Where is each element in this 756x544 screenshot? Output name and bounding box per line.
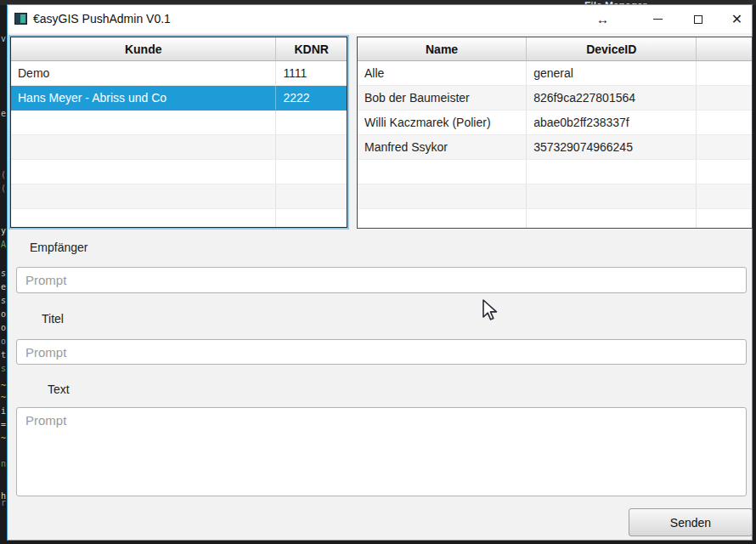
maximize-button[interactable]	[679, 5, 717, 33]
window-title: €asyGIS PushAdmin V0.1	[33, 12, 171, 26]
background-code-char: o	[1, 323, 6, 332]
cell-kunde: Hans Meyer - Abriss und Co	[11, 86, 276, 110]
close-button[interactable]: ✕	[718, 5, 756, 33]
table-row[interactable]: Demo 1111	[11, 61, 347, 86]
background-code-char: (	[1, 170, 6, 179]
kunde-table: Kunde KDNR Demo 1111 Hans Meyer - Abriss…	[10, 37, 347, 228]
background-code-char: =	[1, 420, 6, 429]
empfaenger-input[interactable]	[16, 267, 747, 293]
background-code-char: t	[1, 350, 6, 360]
background-code-char: ~	[1, 393, 6, 402]
table-row-empty[interactable]	[11, 160, 347, 184]
device-table: Name DeviceID Alle general Bob der Baume…	[357, 37, 753, 229]
cell-name: Alle	[358, 61, 527, 85]
table-row-empty[interactable]	[11, 135, 347, 160]
background-code-char: s	[1, 269, 6, 278]
cell-kdnr: 1111	[276, 61, 347, 85]
resize-icon[interactable]: ↔	[584, 5, 622, 33]
background-code-char: y	[1, 226, 6, 235]
titel-input[interactable]	[16, 339, 747, 365]
background-code-char: A	[1, 240, 6, 249]
text-input[interactable]	[16, 407, 747, 496]
background-code-char: e	[1, 109, 6, 118]
column-header-kdnr[interactable]: KDNR	[276, 37, 347, 60]
table-row-selected[interactable]: Hans Meyer - Abriss und Co 2222	[11, 86, 347, 110]
background-code-char: s	[1, 296, 6, 305]
titel-label: Titel	[42, 312, 64, 326]
maximize-icon	[694, 15, 702, 24]
text-label: Text	[48, 382, 70, 396]
table-row[interactable]: Willi Kaczmarek (Polier) abae0b2ff238337…	[358, 110, 752, 135]
table-row[interactable]: Alle general	[358, 61, 752, 86]
column-header-spare[interactable]	[697, 37, 752, 60]
cell-name: Bob der Baumeister	[358, 86, 527, 110]
background-code-char: s	[1, 364, 6, 373]
kunde-table-header: Kunde KDNR	[11, 37, 347, 61]
background-code-char: o	[1, 309, 6, 319]
background-code-char: h	[1, 491, 6, 501]
cell-name: Manfred Ssykor	[358, 135, 527, 159]
background-code-char: (	[1, 184, 6, 193]
app-icon	[14, 13, 27, 25]
table-row[interactable]: Manfred Ssykor 357329074966245	[358, 135, 752, 160]
cell-deviceid: abae0b2ff238337f	[527, 110, 697, 134]
column-header-name[interactable]: Name	[358, 37, 527, 60]
table-row-empty[interactable]	[358, 160, 752, 184]
cell-deviceid: 357329074966245	[527, 135, 697, 159]
table-row-empty[interactable]	[358, 184, 752, 209]
background-code-char: n	[1, 459, 6, 468]
table-row-empty[interactable]	[358, 209, 752, 229]
titlebar[interactable]: €asyGIS PushAdmin V0.1 ↔ ✕	[8, 5, 752, 33]
table-row-empty[interactable]	[11, 184, 347, 209]
table-row-empty[interactable]	[11, 110, 347, 135]
background-code-char: o	[1, 337, 6, 346]
background-code-char: ~	[1, 434, 6, 443]
background-code-char: e	[1, 282, 6, 292]
background-code-char: v	[1, 34, 6, 43]
background-code-char: i	[1, 406, 6, 416]
column-header-deviceid[interactable]: DeviceID	[527, 37, 697, 60]
table-row-empty[interactable]	[11, 209, 347, 228]
background-code-char: ~	[1, 381, 6, 390]
column-header-kunde[interactable]: Kunde	[11, 37, 276, 60]
empfaenger-label: Empfänger	[30, 241, 87, 254]
device-table-header: Name DeviceID	[358, 37, 752, 61]
cell-name: Willi Kaczmarek (Polier)	[358, 110, 527, 134]
minimize-icon	[653, 19, 663, 20]
app-window: €asyGIS PushAdmin V0.1 ↔ ✕ Kunde KDNR De…	[7, 4, 753, 541]
table-row[interactable]: Bob der Baumeister 826f9ca227801564	[358, 86, 752, 110]
cell-kdnr: 2222	[276, 86, 347, 110]
cell-deviceid: 826f9ca227801564	[527, 86, 697, 110]
senden-button[interactable]: Senden	[629, 508, 753, 536]
minimize-button[interactable]	[639, 5, 677, 33]
cell-kunde: Demo	[11, 61, 276, 85]
cell-deviceid: general	[527, 61, 697, 85]
